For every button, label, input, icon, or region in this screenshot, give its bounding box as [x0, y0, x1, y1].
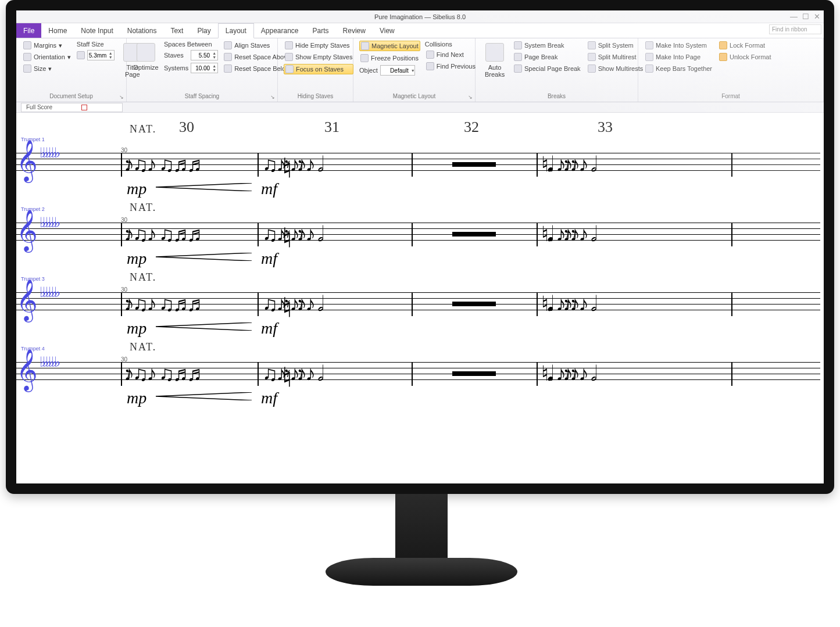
systems-spinner[interactable]: ▲▼ [191, 63, 218, 73]
reset-above-icon [224, 53, 232, 61]
hide-empty-staves-button[interactable]: Hide Empty Staves [284, 41, 353, 50]
system-break-icon [514, 41, 522, 49]
group-format: Make Into System Make Into Page Keep Bar… [638, 38, 824, 102]
magnetic-layout-launcher[interactable]: ↘ [468, 94, 473, 100]
keep-bars-together-button[interactable]: Keep Bars Together [644, 64, 713, 73]
optimize-icon [137, 43, 155, 62]
window-minimize-button[interactable]: — [790, 12, 798, 21]
staff-size-input[interactable] [88, 52, 108, 59]
split-system-icon [588, 41, 596, 49]
staves-spinner[interactable]: ▲▼ [191, 50, 218, 60]
lock-icon [719, 41, 727, 49]
tab-note-input[interactable]: Note Input [74, 23, 120, 38]
find-in-ribbon-input[interactable] [769, 24, 821, 34]
window-close-button[interactable]: ✕ [814, 12, 820, 21]
dynamic-mp: mp [127, 389, 146, 407]
special-page-break-button[interactable]: Special Page Break [513, 64, 582, 73]
text-mark-nat-3: NAT. [130, 271, 156, 284]
spaces-between-label: Spaces Between [164, 41, 218, 48]
staff-size-spinner[interactable]: ▲▼ [87, 50, 115, 60]
staves-label: Staves [164, 52, 184, 59]
staff-spacing-launcher[interactable]: ↘ [270, 94, 275, 100]
notes-bar-33: ♮𝅘𝅥 . ♪𝄾♪𝄾♪♪ 𝅗𝅥 [16, 148, 820, 181]
window-maximize-button[interactable]: ☐ [802, 12, 809, 21]
align-staves-icon [224, 41, 232, 49]
size-icon [23, 65, 31, 73]
crescendo-hairpin [156, 183, 252, 191]
tab-play[interactable]: Play [190, 23, 217, 38]
file-tab[interactable]: File [16, 23, 41, 38]
margins-button[interactable]: Margins ▾ [22, 41, 72, 50]
find-next-collision-button[interactable]: Find Next [425, 50, 477, 59]
make-into-system-button[interactable]: Make Into System [644, 41, 713, 50]
group-label-format: Format [644, 91, 817, 101]
unlock-icon [719, 53, 727, 61]
monitor-stand [326, 494, 517, 593]
staff-size-icon [77, 51, 85, 59]
show-multirests-button[interactable]: Show Multirests [587, 64, 645, 73]
document-tab-bar: Full Score [16, 102, 824, 113]
unlock-format-button[interactable]: Unlock Format [718, 52, 773, 62]
auto-breaks-button[interactable]: Auto Breaks [481, 41, 508, 80]
dynamic-mf: mf [261, 389, 277, 407]
tab-review[interactable]: Review [336, 23, 373, 38]
group-label-magnetic-layout: Magnetic Layout [359, 91, 469, 101]
make-into-page-button[interactable]: Make Into Page [644, 52, 713, 62]
magnet-icon [361, 42, 369, 50]
tab-home[interactable]: Home [41, 23, 74, 38]
system-break-button[interactable]: System Break [513, 41, 582, 50]
staff-2[interactable]: Trumpet 2 𝄞 ♭♭♭♭♭♭ 30 𝄾♪♫♪ ♫♬♬ ♫♪𝄾♮♪𝄾♪♪ … [16, 214, 820, 254]
staves-input[interactable] [191, 52, 211, 59]
staff-size-label: Staff Size [77, 41, 115, 48]
auto-breaks-icon [485, 43, 504, 62]
magnetic-layout-toggle[interactable]: Magnetic Layout [359, 41, 420, 51]
make-into-page-icon [645, 53, 653, 61]
split-multirest-button[interactable]: Split Multirest [587, 52, 645, 62]
find-in-ribbon[interactable] [769, 24, 821, 34]
tab-text[interactable]: Text [163, 23, 190, 38]
document-tab-label: Full Score [26, 103, 52, 112]
group-magnetic-layout: Magnetic Layout Freeze Positions Object … [353, 38, 476, 102]
size-button[interactable]: Size ▾ [22, 64, 72, 73]
group-staff-spacing: Optimize Spaces Between Staves ▲▼ System… [127, 38, 278, 102]
notes-bar-33: ♮𝅘𝅥 . ♪𝄾♪𝄾♪♪ 𝅗𝅥 [16, 357, 820, 390]
tab-layout[interactable]: Layout [218, 23, 254, 38]
notes-bar-33: ♮𝅘𝅥 . ♪𝄾♪𝄾♪♪ 𝅗𝅥 [16, 218, 820, 250]
ribbon-tab-strip: File Home Note Input Notations Text Play… [16, 23, 824, 38]
make-into-system-icon [645, 41, 653, 49]
staff-1[interactable]: Trumpet 1 𝄞 ♭♭♭♭♭♭ 30 𝄾♪♫♪ ♫♬♬ ♫♪𝄾♮♪𝄾♪♪ … [16, 145, 820, 184]
group-document-setup: Margins ▾ Orientation ▾ Size ▾ Staff Siz… [16, 38, 127, 102]
object-label: Object [359, 67, 378, 74]
dynamic-mp: mp [127, 249, 146, 268]
dynamic-mp: mp [127, 180, 146, 198]
document-tab-full-score[interactable]: Full Score [21, 103, 123, 112]
tab-appearance[interactable]: Appearance [254, 23, 306, 38]
document-setup-launcher[interactable]: ↘ [119, 94, 124, 100]
score-canvas[interactable]: 30 31 32 33 NAT. Trumpet 1 𝄞 ♭♭♭♭♭♭ 30 𝄾… [16, 113, 824, 494]
freeze-positions-button[interactable]: Freeze Positions [359, 53, 420, 63]
tab-view[interactable]: View [373, 23, 402, 38]
text-mark-nat-4: NAT. [130, 341, 156, 353]
object-value[interactable] [381, 67, 410, 74]
systems-input[interactable] [191, 65, 211, 71]
split-system-button[interactable]: Split System [587, 41, 645, 50]
orientation-button[interactable]: Orientation ▾ [22, 52, 72, 62]
notes-bar-33: ♮𝅘𝅥 . ♪𝄾♪𝄾♪♪ 𝅗𝅥 [16, 288, 820, 320]
text-mark-nat-2: NAT. [130, 202, 156, 214]
focus-icon [285, 65, 294, 73]
tab-parts[interactable]: Parts [306, 23, 336, 38]
bar-number-33: 33 [598, 119, 613, 136]
lock-format-button[interactable]: Lock Format [718, 41, 773, 50]
bar-number-31: 31 [324, 119, 339, 136]
object-dropdown[interactable]: ▼ [380, 65, 415, 76]
tab-notations[interactable]: Notations [120, 23, 164, 38]
show-empty-staves-button[interactable]: Show Empty Staves [284, 52, 353, 62]
staff-4[interactable]: Trumpet 4 𝄞 ♭♭♭♭♭♭ 30 𝄾♪♫♪ ♫♬♬ ♫♪𝄾♮♪𝄾♪♪ … [16, 354, 820, 393]
staff-3[interactable]: Trumpet 3 𝄞 ♭♭♭♭♭♭ 30 𝄾♪♫♪ ♫♬♬ ♫♪𝄾♮♪𝄾♪♪ … [16, 284, 820, 324]
page-break-button[interactable]: Page Break [513, 52, 582, 62]
find-prev-collision-button[interactable]: Find Previous [425, 62, 477, 71]
optimize-button[interactable]: Optimize [133, 41, 159, 73]
window-titlebar: Pure Imagination — Sibelius 8.0 — ☐ ✕ [16, 10, 824, 23]
show-multirests-icon [588, 65, 596, 73]
focus-on-staves-button[interactable]: Focus on Staves [284, 64, 353, 74]
